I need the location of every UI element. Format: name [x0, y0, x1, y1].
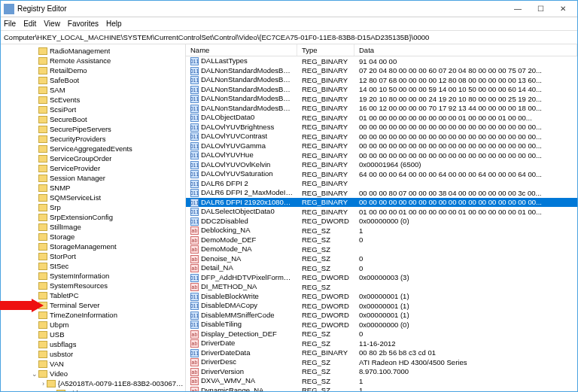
list-row[interactable]: 011DALR6 DFPI 2_MaxModeInfoREG_BINARY00 …	[186, 188, 577, 198]
list-row[interactable]: 011DALR6 DFPI 2REG_BINARY	[186, 179, 577, 189]
tree-item[interactable]: Storage	[1, 232, 185, 242]
tree-item[interactable]: Session Manager	[1, 173, 185, 183]
list-view[interactable]: Name Type Data 011DALLastTypesREG_BINARY…	[186, 44, 577, 391]
binary-value-icon: 011	[190, 321, 199, 329]
tree-item-label: ServiceAggregatedEvents	[50, 144, 132, 153]
tree-item[interactable]: SystemInformation	[1, 271, 185, 281]
list-row[interactable]: abDriverDateREG_SZ11-16-2012	[186, 339, 577, 348]
list-row[interactable]: 011DALOvlYUVOvlKelvinREG_BINARY0x0000196…	[186, 160, 577, 170]
list-row[interactable]: 011DisableTilingREG_DWORD0x00000000 (0)	[186, 320, 577, 330]
list-row[interactable]: 011DisableBlockWriteREG_DWORD0x00000001 …	[186, 292, 577, 302]
tree-item[interactable]: VAN	[1, 359, 185, 369]
list-row[interactable]: 011DALOvlYUVHueREG_BINARY00 00 00 00 00 …	[186, 150, 577, 160]
list-row[interactable]: abDemoMode_DEFREG_SZ0	[186, 236, 577, 245]
tree-item[interactable]: usbstor	[1, 349, 185, 359]
list-row[interactable]: 011DFP_AddHDTVPixelFormatsREG_DWORD0x000…	[186, 273, 577, 283]
minimize-button[interactable]: —	[507, 2, 529, 16]
tree-item[interactable]: USB	[1, 330, 185, 339]
expand-closed-icon[interactable]: ›	[40, 380, 47, 387]
address-bar[interactable]: Computer\HKEY_LOCAL_MACHINE\SYSTEM\Curre…	[1, 31, 577, 44]
tree-item[interactable]: StillImage	[1, 222, 185, 232]
tree-item[interactable]: SrpExtensionConfig	[1, 212, 185, 222]
tree-item[interactable]: ScEvents	[1, 95, 185, 105]
menu-view[interactable]: View	[44, 20, 60, 28]
list-row[interactable]: abDriverVersionREG_SZ8.970.100.7000	[186, 367, 577, 377]
tree-item[interactable]: RetailDemo	[1, 65, 185, 75]
list-row[interactable]: abDI_METHOD_NAREG_SZ	[186, 282, 577, 292]
tree-item[interactable]: ServiceGroupOrder	[1, 153, 185, 163]
tree-item[interactable]: SecurePipeServers	[1, 124, 185, 134]
folder-icon	[38, 194, 47, 202]
binary-value-icon: 011	[190, 302, 199, 310]
list-row[interactable]: 011DALOvlYUVContrastREG_BINARY00 00 00 0…	[186, 132, 577, 141]
tree-view[interactable]: RadioManagementRemote AssistanceRetailDe…	[1, 44, 186, 391]
list-row[interactable]: 011DALNonStandardModesBCD4REG_BINARY19 2…	[186, 94, 577, 104]
folder-icon	[56, 390, 65, 392]
value-name: DemoMode_NA	[201, 245, 252, 253]
list-row[interactable]: abDeblocking_NAREG_SZ1	[186, 226, 577, 236]
maximize-button[interactable]: ☐	[529, 2, 552, 16]
binary-value-icon: 011	[190, 76, 199, 84]
list-row[interactable]: 011DriverDateDataREG_BINARY00 80 2b 56 b…	[186, 348, 577, 358]
tree-item[interactable]: RadioManagement	[1, 46, 185, 56]
value-name: DALNonStandardModesBCD2	[201, 75, 297, 84]
list-row[interactable]: 011DALR6 DFPI 21920x1080x0x60REG_BINARY0…	[186, 198, 577, 208]
tree-item[interactable]: SAM	[1, 85, 185, 95]
list-row[interactable]: 011DALOvlYUVSaturationREG_BINARY64 00 00…	[186, 169, 577, 179]
list-row[interactable]: abDetail_NAREG_SZ0	[186, 263, 577, 273]
list-row[interactable]: 011DDC2DisabledREG_DWORD0x00000000 (0)	[186, 217, 577, 226]
menu-help[interactable]: Help	[106, 20, 122, 28]
tree-item-label: SafeBoot	[50, 76, 79, 84]
list-row[interactable]: abDisplay_Detection_DEFREG_SZ0	[186, 330, 577, 339]
list-row[interactable]: abDenoise_NAREG_SZ0	[186, 254, 577, 264]
tree-item[interactable]: SafeBoot	[1, 75, 185, 85]
list-row[interactable]: 011DisableDMACopyREG_DWORD0x00000001 (1)	[186, 301, 577, 311]
tree-item[interactable]: StorageManagement	[1, 242, 185, 251]
list-row[interactable]: 011DALOvlYUVGammaREG_BINARY00 00 00 00 0…	[186, 141, 577, 151]
list-row[interactable]: 011DALNonStandardModesBCD2REG_BINARY12 8…	[186, 75, 577, 85]
tree-item-label: USB	[50, 330, 65, 339]
value-type: REG_BINARY	[297, 85, 354, 93]
tree-item[interactable]: SQMServiceList	[1, 193, 185, 202]
binary-value-icon: 011	[190, 170, 199, 178]
list-row[interactable]: 011DALNonStandardModesBCD5REG_BINARY16 0…	[186, 104, 577, 114]
list-row[interactable]: 011DALLastTypesREG_BINARY91 04 00 00	[186, 56, 577, 66]
close-button[interactable]: ✕	[552, 2, 574, 16]
tree-item[interactable]: Remote Assistance	[1, 56, 185, 65]
list-row[interactable]: 011DALOvlYUVBrightnessREG_BINARY00 00 00…	[186, 123, 577, 132]
tree-item[interactable]: ServiceAggregatedEvents	[1, 144, 185, 153]
tree-item[interactable]: Video	[1, 388, 185, 391]
list-row[interactable]: abDriverDescREG_SZATI Radeon HD 4300/450…	[186, 357, 577, 367]
list-row[interactable]: abDemoMode_NAREG_SZ	[186, 245, 577, 254]
tree-item[interactable]: SecureBoot	[1, 114, 185, 124]
list-row[interactable]: 011DALNonStandardModesBCD1REG_BINARY07 2…	[186, 66, 577, 76]
col-header-name[interactable]: Name	[186, 44, 297, 56]
expand-open-icon[interactable]: ⌄	[31, 370, 38, 378]
tree-item[interactable]: usbflags	[1, 339, 185, 349]
list-row[interactable]: 011DALObjectData0REG_BINARY01 00 00 00 0…	[186, 113, 577, 123]
tree-item[interactable]: ›{A52018TA-0079-11E8-83B2-003067A60488}	[1, 378, 185, 388]
tree-item[interactable]: ServiceProvider	[1, 163, 185, 173]
list-row[interactable]: abDynamicRange_NAREG_SZ1	[186, 386, 577, 392]
tree-item[interactable]: StorPort	[1, 251, 185, 261]
tree-item[interactable]: Srp	[1, 202, 185, 212]
list-row[interactable]: 011DALSelectObjectData0REG_BINARY01 00 0…	[186, 207, 577, 217]
list-row[interactable]: abDXVA_WMV_NAREG_SZ1	[186, 376, 577, 386]
tree-item[interactable]: SecurityProviders	[1, 134, 185, 144]
value-data: 00 00 00 00 00 00 00 00 00 00 00 00 00 0…	[354, 123, 577, 131]
menu-favorites[interactable]: Favorites	[68, 20, 99, 28]
tree-item[interactable]: SystemResources	[1, 281, 185, 290]
col-header-type[interactable]: Type	[297, 44, 354, 56]
menu-file[interactable]: File	[4, 20, 16, 28]
tree-item[interactable]: Ubpm	[1, 320, 185, 330]
col-header-data[interactable]: Data	[354, 44, 577, 56]
list-row[interactable]: 011DisableMMSnifferCodeREG_DWORD0x000000…	[186, 311, 577, 321]
tree-item[interactable]: ScsiPort	[1, 105, 185, 114]
value-type: REG_BINARY	[297, 198, 354, 206]
menu-edit[interactable]: Edit	[23, 20, 36, 28]
list-row[interactable]: 011DALNonStandardModesBCD3REG_BINARY14 0…	[186, 85, 577, 95]
tree-item[interactable]: SNMP	[1, 183, 185, 193]
tree-item[interactable]: ⌄Video	[1, 369, 185, 378]
tree-item-label: SrpExtensionConfig	[50, 213, 113, 221]
tree-item[interactable]: StSec	[1, 261, 185, 271]
